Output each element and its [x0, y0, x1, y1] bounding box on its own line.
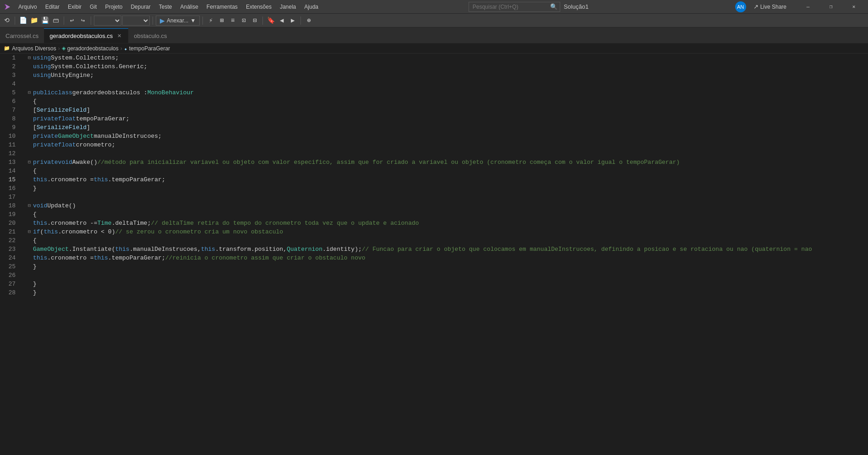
toolbar-btn-9[interactable]: ⊡ [239, 16, 249, 26]
toolbar-sep-1 [15, 16, 15, 25]
code-area[interactable]: ⊟using System.Collections;using System.C… [23, 54, 868, 455]
tab-carrossel[interactable]: Carrossel.cs [0, 28, 44, 43]
toolbar-save[interactable]: 💾 [40, 16, 50, 26]
breadcrumb-sep-1: › [58, 45, 60, 52]
code-line-24: this.cronometro = this.tempoParaGerar; /… [27, 254, 868, 262]
menu-editar[interactable]: Editar [42, 2, 63, 12]
title-bar-left: Arquivo Editar Exibir Git Projeto Depura… [4, 2, 322, 12]
fold-btn-21[interactable]: ⊟ [27, 229, 32, 235]
breadcrumb-folder: Arquivos Diversos [12, 45, 56, 52]
menu-ferramentas[interactable]: Ferramentas [203, 2, 241, 12]
code-line-17 [27, 193, 868, 201]
menu-projeto[interactable]: Projeto [101, 2, 126, 12]
line-num-24: 24 [0, 254, 19, 262]
tab-gerador[interactable]: geradordeobstaculos.cs ✕ [44, 28, 128, 43]
line-num-5: 5 [0, 88, 19, 97]
tab-gerador-label: geradordeobstaculos.cs [49, 32, 113, 39]
fold-btn-1[interactable]: ⊟ [27, 55, 32, 61]
toolbar-open[interactable]: 📁 [29, 16, 39, 26]
code-line-7: [SerializeField] [27, 106, 868, 114]
toolbar-save-all[interactable]: 🗃 [51, 16, 61, 26]
line-num-9: 9 [0, 123, 19, 132]
platform-dropdown[interactable] [122, 16, 150, 26]
search-icon: 🔍 [550, 3, 557, 11]
code-line-26 [27, 271, 868, 280]
menu-teste[interactable]: Teste [155, 2, 176, 12]
code-line-12 [27, 149, 868, 158]
code-line-19: { [27, 210, 868, 219]
toolbar-btn-10[interactable]: ⊟ [250, 16, 260, 26]
code-line-16: } [27, 184, 868, 193]
code-line-10: private GameObject manualDeInstrucoes; [27, 132, 868, 141]
line-num-18: 18 [0, 201, 19, 210]
search-input[interactable] [469, 2, 560, 12]
title-bar-center: 🔍 Solução1 [469, 2, 589, 12]
toolbar-new-file[interactable]: 📄 [18, 16, 28, 26]
code-line-14: { [27, 167, 868, 175]
line-num-8: 8 [0, 114, 19, 123]
toolbar-extra[interactable]: ⊕ [304, 16, 314, 26]
breadcrumb-member-icon: ⬥ [124, 46, 127, 51]
menu-git[interactable]: Git [86, 2, 100, 12]
code-line-11: private float cronometro; [27, 141, 868, 149]
toolbar-bookmark[interactable]: 🔖 [266, 16, 276, 26]
code-line-20: this.cronometro -= Time.deltaTime; // de… [27, 219, 868, 228]
line-num-28: 28 [0, 288, 19, 297]
code-line-23: GameObject.Instantiate(this.manualDeInst… [27, 245, 868, 254]
toolbar-prev-bookmark[interactable]: ◀ [277, 16, 287, 26]
menu-analise[interactable]: Análise [176, 2, 202, 12]
restore-button[interactable]: ❐ [820, 0, 841, 14]
menu-exibir[interactable]: Exibir [64, 2, 85, 12]
code-line-18: ⊟ void Update() [27, 201, 868, 210]
line-num-23: 23 [0, 245, 19, 254]
toolbar-btn-8[interactable]: ≡ [228, 16, 238, 26]
toolbar-back-btn[interactable]: ⟲ [2, 16, 12, 26]
menu-depurar[interactable]: Depurar [127, 2, 154, 12]
code-line-3: using UnityEngine; [27, 71, 868, 80]
line-num-4: 4 [0, 80, 19, 88]
line-num-2: 2 [0, 62, 19, 71]
toolbar-sep-7 [300, 16, 301, 25]
menu-ajuda[interactable]: Ajuda [300, 2, 322, 12]
window-controls: — ❐ ✕ [797, 0, 864, 14]
toolbar-btn-7[interactable]: ⊞ [217, 16, 227, 26]
tab-obstaculo-label: obstaculo.cs [134, 32, 167, 39]
breadcrumb-file-icon: ◈ [62, 45, 66, 51]
toolbar-next-bookmark[interactable]: ▶ [288, 16, 298, 26]
tab-carrossel-label: Carrossel.cs [5, 32, 38, 39]
line-num-17: 17 [0, 193, 19, 201]
toolbar-redo[interactable]: ↪ [78, 16, 88, 26]
fold-btn-13[interactable]: ⊟ [27, 160, 32, 165]
toolbar-sep-5 [202, 16, 203, 25]
live-share-button[interactable]: ↗ Live Share [750, 2, 790, 11]
menu-extensoes[interactable]: Extensões [242, 2, 275, 12]
toolbar-undo[interactable]: ↩ [67, 16, 77, 26]
config-dropdown[interactable] [94, 16, 121, 26]
code-line-8: private float tempoParaGerar; [27, 114, 868, 123]
code-line-4 [27, 80, 868, 88]
line-numbers: 1234567891011121314151617181920212223242… [0, 54, 23, 455]
fold-btn-5[interactable]: ⊟ [27, 90, 32, 96]
attach-button[interactable]: ▶ Anexar... ▼ [156, 16, 200, 26]
line-num-14: 14 [0, 167, 19, 175]
tab-obstaculo[interactable]: obstaculo.cs [128, 28, 172, 43]
toolbar-sep-3 [91, 16, 91, 25]
fold-btn-18[interactable]: ⊟ [27, 203, 32, 209]
vs-logo-icon [4, 3, 11, 11]
menu-janela[interactable]: Janela [276, 2, 300, 12]
toolbar-sep-2 [64, 16, 64, 25]
avatar[interactable]: AN [735, 1, 746, 12]
toolbar-sep-6 [262, 16, 263, 25]
minimize-button[interactable]: — [797, 0, 819, 14]
breadcrumb: 📁 Arquivos Diversos › ◈ geradordeobstacu… [0, 43, 868, 54]
breadcrumb-member: tempoParaGerar [129, 45, 170, 52]
toolbar-btn-6[interactable]: ⚡ [206, 16, 216, 26]
code-line-22: { [27, 236, 868, 245]
line-num-15: 15 [0, 175, 19, 184]
close-button[interactable]: ✕ [843, 0, 864, 14]
tab-gerador-close[interactable]: ✕ [115, 32, 123, 40]
line-num-22: 22 [0, 236, 19, 245]
code-line-25: } [27, 262, 868, 271]
line-num-11: 11 [0, 141, 19, 149]
menu-arquivo[interactable]: Arquivo [15, 2, 41, 12]
